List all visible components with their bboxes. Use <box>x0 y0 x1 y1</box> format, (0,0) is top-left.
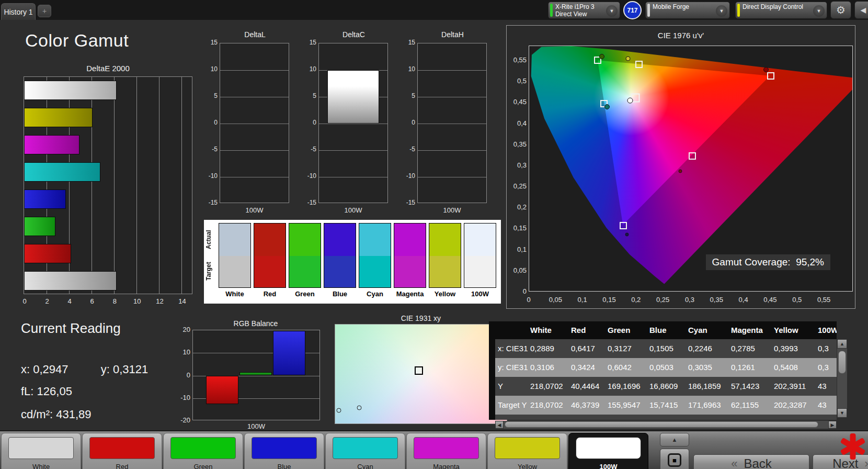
cie1976-y-tick: 0 <box>509 287 527 295</box>
table-vertical-scrollbar[interactable]: ▲ ▼ <box>837 339 847 418</box>
swatch-label: Cyan <box>359 290 391 298</box>
deltae-bar-cyan <box>24 162 100 182</box>
pattern-patch-100w[interactable]: 100W <box>568 433 648 469</box>
patch-swatch <box>8 437 74 459</box>
gridline <box>418 177 486 177</box>
pattern-patch-green[interactable]: Green <box>163 433 243 469</box>
scroll-up-button[interactable]: ▲ <box>837 339 847 349</box>
cell-value: 0,3106 <box>528 358 554 377</box>
pattern-patch-white[interactable]: White <box>1 433 81 469</box>
cell-value: 0,1505 <box>647 339 673 358</box>
swatch-pair <box>464 223 496 288</box>
cie1976-y-tick: 0,45 <box>509 98 527 106</box>
cell-value: 0,1261 <box>728 358 755 377</box>
swatch-label: Magenta <box>394 290 426 298</box>
vscroll-thumb[interactable] <box>838 351 846 374</box>
meter-dropdown[interactable]: X-Rite i1Pro 3 Direct View ▼ <box>548 2 620 19</box>
y-tick-label: -15 <box>204 199 218 206</box>
swatch-label: Red <box>254 290 286 298</box>
meter-name: X-Rite i1Pro 3 <box>555 3 595 10</box>
table-row[interactable]: ΔE 20000,39694,19233,75333,65646,83134,8… <box>495 415 837 420</box>
patch-label: Green <box>164 463 243 469</box>
measured-marker-yellow <box>625 57 630 61</box>
patch-label: Magenta <box>407 463 486 469</box>
row-label: x: CIE31 <box>495 339 528 358</box>
table-row[interactable]: Target Y218,070246,3739155,954715,741517… <box>495 396 837 415</box>
reading-xy: x: 0,2947 y: 0,3121 <box>21 363 148 376</box>
pattern-patch-magenta[interactable]: Magenta <box>406 433 486 469</box>
deltaC-bar <box>327 70 379 124</box>
chevron-down-icon: ▼ <box>716 5 727 17</box>
hscroll-thumb[interactable] <box>505 421 818 428</box>
reading-cdm2: cd/m²: 431,89 <box>21 408 92 421</box>
table-row[interactable]: y: CIE310,31060,34240,60420,05030,30350,… <box>495 358 837 377</box>
actual-swatch <box>394 224 426 256</box>
cell-value: 16,8609 <box>647 377 678 396</box>
back-chevron-icon: « <box>731 457 737 469</box>
column-header: Cyan <box>686 321 707 339</box>
window-icon: ■ <box>668 453 681 467</box>
workflow-dropdown[interactable]: Direct Display Control ▼ <box>735 2 827 19</box>
gridline <box>418 124 486 124</box>
deltaH-x-label: 100W <box>417 206 487 214</box>
actual-swatch <box>289 224 321 256</box>
target-swatch <box>324 256 356 287</box>
cell-value: 0,3035 <box>686 358 712 377</box>
source-dropdown[interactable]: Mobile Forge ▼ <box>645 2 730 19</box>
table-horizontal-scrollbar[interactable]: ◀ ▶ <box>495 421 837 429</box>
y-tick-label: 10 <box>204 65 218 73</box>
pattern-up-button[interactable]: ▲ <box>660 433 689 446</box>
y-tick-label: -5 <box>204 146 218 153</box>
delta-lch-charts: DeltaL151050-5-10-15100WDeltaC151050-5-1… <box>205 30 501 219</box>
cie1976-y-tick: 0,5 <box>509 77 527 85</box>
table-row[interactable]: x: CIE310,28890,64170,31270,15050,22460,… <box>495 339 837 358</box>
cie1976-x-tick: 0,5 <box>787 296 806 304</box>
rgb-balance-title: RGB Balance <box>191 319 320 328</box>
cell-value: 43 <box>815 377 827 396</box>
measured-marker-red <box>763 67 769 72</box>
cell-value: 3,7533 <box>605 415 632 420</box>
cell-value: 0,5408 <box>771 358 798 377</box>
alert-asterisk-icon[interactable] <box>839 432 867 461</box>
rgb-balance-chart: RGB Balance20100-10-20100W <box>177 319 323 429</box>
pattern-window-button[interactable]: ■ <box>660 449 689 469</box>
pattern-patch-red[interactable]: Red <box>82 433 162 469</box>
history-tab[interactable]: History 1 <box>1 3 36 20</box>
results-table: WhiteRedGreenBlueCyanMagentaYellow100Wx:… <box>489 321 847 420</box>
scroll-left-button[interactable]: ◀ <box>495 421 504 429</box>
scroll-down-button[interactable]: ▼ <box>837 408 847 418</box>
measured-marker-green <box>599 54 604 59</box>
y-tick-label: -20 <box>177 416 190 424</box>
workflow-status-stripe <box>737 4 740 17</box>
pattern-bar: WhiteRedGreenBlueCyanMagentaYellow100W ▲… <box>0 430 868 469</box>
cie1931-target-marker <box>415 366 423 375</box>
deltae-bar-white <box>24 81 117 100</box>
patch-swatch <box>495 437 560 459</box>
source-status-stripe <box>647 4 650 17</box>
pattern-patch-yellow[interactable]: Yellow <box>487 433 567 469</box>
pattern-patch-blue[interactable]: Blue <box>244 433 324 469</box>
cie1976-y-tick: 0,3 <box>509 161 527 169</box>
collapse-panel-button[interactable]: ◀ <box>854 1 868 19</box>
swatch-column-green: Green <box>289 223 321 303</box>
table-row[interactable]: Y218,070240,4464169,169616,8609186,18595… <box>495 377 837 396</box>
pattern-patch-cyan[interactable]: Cyan <box>325 433 405 469</box>
add-tab-button[interactable]: + <box>38 5 51 17</box>
meter-count-badge[interactable]: 717 <box>623 1 642 19</box>
scroll-right-button[interactable]: ▶ <box>828 421 837 429</box>
meter-status-stripe <box>550 4 553 17</box>
patch-label: 100W <box>569 463 648 469</box>
patch-label: Yellow <box>488 463 567 469</box>
cell-value: 62,1155 <box>728 396 759 415</box>
y-tick-label: 15 <box>402 39 415 46</box>
y-tick-label: 0 <box>303 119 316 126</box>
x-tick-label: 4 <box>64 297 75 305</box>
settings-button[interactable]: ⚙ <box>830 1 851 19</box>
cell-value: 0,2246 <box>686 339 712 358</box>
back-button[interactable]: « Back <box>693 454 809 469</box>
swatch-column-100w: 100W <box>464 223 496 303</box>
actual-swatch <box>359 224 391 256</box>
cie1976-y-tick: 0,25 <box>509 182 527 190</box>
table-gutter <box>489 321 495 420</box>
cell-value: 171,6963 <box>686 396 721 415</box>
